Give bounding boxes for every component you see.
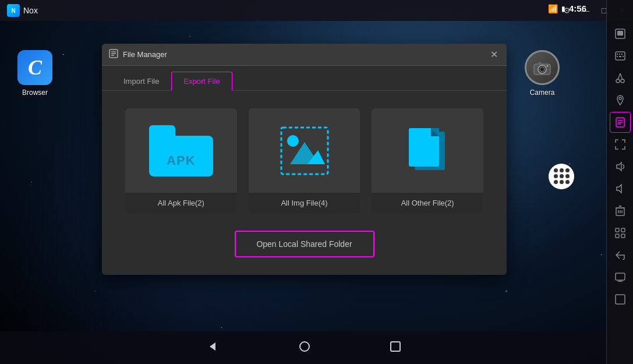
battery-icon: ▮ [561,5,565,13]
fm-tile-apk[interactable]: APK All Apk File(2) [125,108,237,213]
camera-label: Camera [530,89,555,97]
svg-rect-53 [391,342,400,351]
apk-text: APK [149,153,213,168]
img-icon [278,125,331,177]
sidebar-icon-volume-down[interactable] [610,178,631,199]
sidebar-icon-keyboard[interactable] [610,45,631,66]
svg-rect-6 [617,56,618,57]
fm-tile-img[interactable]: All Img File(4) [249,108,360,213]
svg-rect-33 [616,295,625,304]
svg-rect-8 [623,56,624,57]
fm-title-icon [109,49,118,60]
fm-tile-apk-label: All Apk File(2) [125,193,237,213]
fm-content: APK All Apk File(2) [102,91,507,275]
sidebar-icon-location[interactable] [610,90,631,111]
other-files-icon [404,125,451,177]
svg-marker-19 [617,185,621,193]
tab-import[interactable]: Import File [111,72,171,91]
svg-marker-18 [617,162,621,171]
sidebar-icon-expand[interactable] [610,134,631,155]
tab-export[interactable]: Export File [171,72,232,91]
fm-titlebar: File Manager ✕ [102,44,507,66]
sidebar-icon-screen1[interactable] [610,267,631,288]
status-bar: 📶 ▮ 4:56 [548,3,586,13]
svg-rect-3 [617,54,618,55]
svg-rect-4 [619,54,620,55]
svg-rect-29 [621,234,625,238]
sidebar-icon-volume-up[interactable] [610,156,631,177]
sidebar-icon-screen2[interactable] [610,289,631,310]
svg-point-52 [300,342,309,351]
fm-tile-other[interactable]: All Other File(2) [372,108,483,213]
sidebar-icon-apps[interactable] [610,222,631,243]
svg-point-38 [547,65,549,67]
svg-line-12 [620,73,623,80]
svg-rect-7 [619,56,621,57]
svg-rect-27 [621,228,625,232]
apk-folder-icon: APK [149,125,213,176]
sidebar-icon-file-manager[interactable] [610,112,631,133]
app-name: Nox [23,6,38,15]
open-folder-wrapper: Open Local Shared Folder [125,231,483,257]
fm-tile-img-icon-area [249,108,360,193]
svg-rect-30 [616,273,625,280]
camera-icon-image [525,50,560,85]
dots-grid [554,168,570,184]
svg-rect-26 [616,228,619,232]
nav-recents-button[interactable] [386,337,405,359]
fm-tile-img-label: All Img File(4) [249,193,360,213]
fm-tabs: Import File Export File [102,66,507,91]
topbar: N Nox ⚙ — □ ✕ [0,0,633,21]
svg-line-11 [618,73,620,80]
sidebar-icon-screenshot[interactable] [610,23,631,44]
browser-icon-image: C [17,50,52,85]
sidebar-icon-trash[interactable] [610,200,631,221]
fm-tile-other-icon-area [372,108,483,193]
sidebar-icon-back[interactable] [610,245,631,266]
svg-point-36 [540,67,544,72]
clock: 4:56 [569,3,586,13]
camera-app-icon[interactable]: Camera [525,50,560,97]
fm-tile-apk-icon-area: APK [125,108,237,193]
svg-rect-37 [538,62,542,65]
fm-tiles: APK All Apk File(2) [125,108,483,213]
wifi-icon: 📶 [548,4,558,13]
svg-marker-51 [210,342,215,351]
app-logo: N Nox [0,4,45,17]
bottom-navbar [0,331,606,364]
open-local-shared-folder-button[interactable]: Open Local Shared Folder [235,231,374,257]
svg-point-13 [619,97,621,100]
nav-back-button[interactable] [201,335,224,361]
file-manager-dialog: File Manager ✕ Import File Export File A… [102,44,507,275]
sidebar-icon-scissors[interactable] [610,68,631,89]
svg-point-46 [287,135,299,147]
nav-home-button[interactable] [293,335,316,361]
browser-app-icon[interactable]: C Browser [17,50,52,97]
nox-icon: N [7,4,20,17]
fm-tile-other-label: All Other File(2) [372,193,483,213]
browser-label: Browser [22,89,48,97]
dots-menu-button[interactable] [549,164,574,189]
svg-rect-5 [621,54,623,55]
right-sidebar [606,0,633,364]
fm-close-button[interactable]: ✕ [487,48,501,62]
fm-title-text: File Manager [123,50,167,59]
svg-rect-1 [617,31,623,36]
svg-rect-28 [616,234,619,238]
